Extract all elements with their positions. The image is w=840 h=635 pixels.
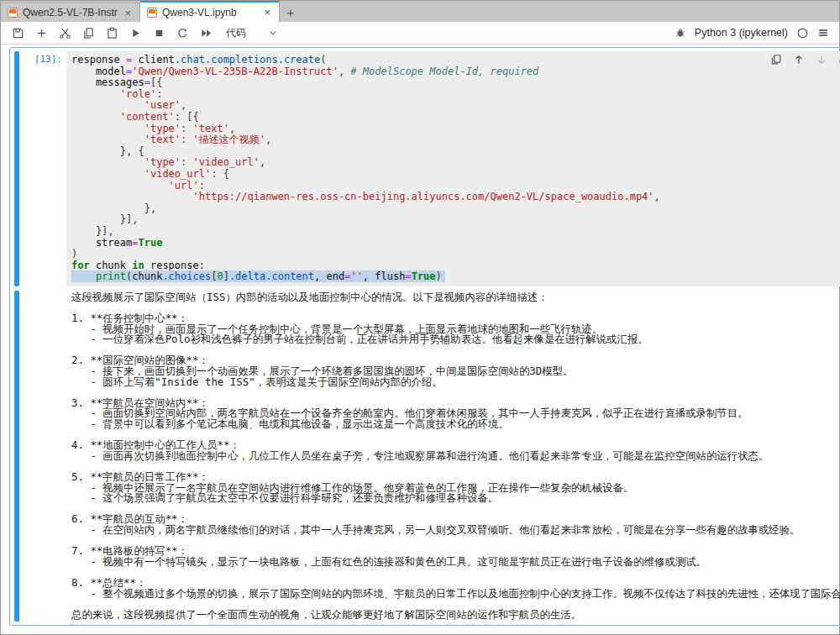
new-tab-button[interactable]: + xyxy=(280,3,302,22)
duplicate-cell-button[interactable] xyxy=(769,53,783,66)
output-text: 这段视频展示了国际空间站（ISS）内部的活动以及地面控制中心的情况。以下是视频内… xyxy=(71,292,840,620)
notebook-content: [13]: response = client.chat.completions… xyxy=(1,45,839,634)
code-lines: response = client.chat.completions.creat… xyxy=(71,55,840,283)
execution-count-prompt: [13]: xyxy=(19,51,66,286)
cut-cells-button[interactable] xyxy=(55,24,75,42)
close-tab-icon[interactable]: × xyxy=(123,7,133,19)
run-icon xyxy=(129,27,142,39)
tab-label: Qwen3-VL.ipynb xyxy=(162,7,257,18)
debugger-bug-icon[interactable] xyxy=(675,27,686,39)
tab-qwen25-vl-notebook[interactable]: Qwen2.5-VL-7B-Instruct.ip × xyxy=(1,3,140,22)
copy-icon xyxy=(82,27,95,39)
move-cell-down-button[interactable] xyxy=(815,53,828,66)
cell-type-label: 代码 xyxy=(226,26,246,40)
kernel-indicator: Python 3 (ipykernel) xyxy=(675,27,832,39)
duplicate-icon xyxy=(770,54,782,66)
run-all-cells-button[interactable] xyxy=(196,24,216,42)
cell-toolbar xyxy=(769,53,840,66)
arrow-up-icon xyxy=(793,54,805,66)
tab-label: Qwen2.5-VL-7B-Instruct.ip xyxy=(23,7,118,18)
save-icon xyxy=(12,27,24,39)
insert-cell-button[interactable] xyxy=(31,24,51,42)
plus-icon xyxy=(35,27,48,39)
code-cell[interactable]: [13]: response = client.chat.completions… xyxy=(9,47,840,626)
tab-bar: Qwen2.5-VL-7B-Instruct.ip × Qwen3-VL.ipy… xyxy=(1,1,839,22)
move-cell-up-button[interactable] xyxy=(792,53,806,66)
notebook-toolbar: 代码 Python 3 (ipykernel) xyxy=(1,22,839,45)
output-prompt xyxy=(19,291,66,622)
jupyter-notebook-window: Qwen2.5-VL-7B-Instruct.ip × Qwen3-VL.ipy… xyxy=(0,0,840,635)
arrow-down-icon xyxy=(816,54,827,66)
cell-output-area: 这段视频展示了国际空间站（ISS）内部的活动以及地面控制中心的情况。以下是视频内… xyxy=(13,291,840,622)
fast-forward-icon xyxy=(200,27,213,39)
run-cell-button[interactable] xyxy=(125,24,145,42)
scissors-icon xyxy=(59,27,71,39)
kernel-status-idle-icon xyxy=(796,27,809,39)
stop-icon xyxy=(153,27,165,39)
chevron-down-icon xyxy=(268,28,278,38)
paste-icon xyxy=(106,27,118,39)
tab-qwen3-vl-notebook[interactable]: Qwen3-VL.ipynb × xyxy=(140,1,280,22)
restart-icon xyxy=(176,27,189,39)
cell-type-dropdown[interactable]: 代码 xyxy=(219,26,285,40)
copy-cells-button[interactable] xyxy=(78,24,98,42)
notebook-file-icon xyxy=(147,8,157,18)
paste-cells-button[interactable] xyxy=(102,24,122,42)
notebook-file-icon xyxy=(8,8,18,18)
code-editor[interactable]: response = client.chat.completions.creat… xyxy=(66,51,840,286)
restart-kernel-button[interactable] xyxy=(172,24,192,42)
stop-kernel-button[interactable] xyxy=(149,24,169,42)
cell-input-area: [13]: response = client.chat.completions… xyxy=(13,51,840,286)
kernel-name[interactable]: Python 3 (ipykernel) xyxy=(695,27,788,39)
save-button[interactable] xyxy=(8,24,28,42)
close-tab-icon[interactable]: × xyxy=(262,6,272,18)
property-inspector-icon[interactable] xyxy=(817,27,829,39)
